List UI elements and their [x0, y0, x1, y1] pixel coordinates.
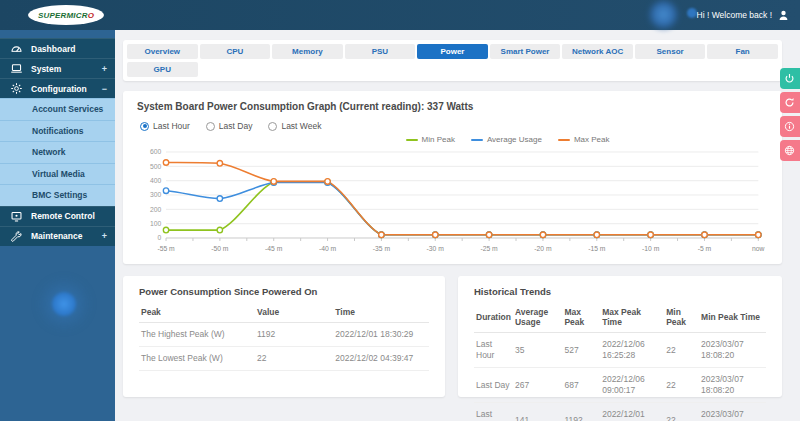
legend-item-average-usage[interactable]: Average Usage: [471, 135, 542, 144]
table-cell: 2022/12/01 18:30:29: [333, 323, 429, 347]
column-header: Max Peak Time: [600, 303, 664, 333]
sidebar-item-account-services[interactable]: Account Services: [0, 98, 115, 120]
legend-item-max-peak[interactable]: Max Peak: [558, 135, 610, 144]
table-cell: 267: [513, 368, 562, 403]
table-row: The Highest Peak (W)11922022/12/01 18:30…: [139, 323, 429, 347]
expand-icon: −: [102, 84, 107, 94]
tab-sensor[interactable]: Sensor: [635, 44, 706, 59]
refresh-button[interactable]: [780, 92, 800, 113]
globe-button[interactable]: [780, 140, 800, 161]
column-header: Min Peak: [664, 303, 699, 333]
tab-cpu[interactable]: CPU: [200, 44, 271, 59]
table-row: Last Day2676872022/12/06 09:00:17222023/…: [474, 368, 766, 403]
expand-icon: +: [102, 231, 107, 241]
sidebar-item-virtual-media[interactable]: Virtual Media: [0, 163, 115, 185]
table-cell: 22: [664, 403, 699, 421]
tab-memory[interactable]: Memory: [272, 44, 343, 59]
tab-power[interactable]: Power: [417, 44, 488, 59]
table-row: The Lowest Peak (W)222022/12/02 04:39:47: [139, 347, 429, 371]
radio-button-icon[interactable]: [140, 122, 149, 131]
sidebar-item-system[interactable]: System+: [0, 58, 115, 78]
table-header-row: DurationAverage UsageMax PeakMax Peak Ti…: [474, 303, 766, 333]
welcome-text: Hi ! Welcome back !: [697, 10, 772, 20]
svg-text:600: 600: [150, 148, 161, 155]
legend-label: Average Usage: [487, 135, 542, 144]
sidebar-item-label: Dashboard: [31, 44, 75, 54]
radio-button-icon[interactable]: [268, 122, 277, 131]
svg-text:200: 200: [150, 206, 161, 213]
table-cell: 687: [562, 368, 600, 403]
power-icon: [784, 73, 795, 84]
svg-text:-40 m: -40 m: [319, 245, 337, 252]
tab-overview[interactable]: Overview: [127, 44, 198, 59]
chart-legend: Min PeakAverage UsageMax Peak: [247, 135, 768, 144]
power-since-title: Power Consumption Since Powered On: [139, 286, 429, 297]
tab-smart-power[interactable]: Smart Power: [490, 44, 561, 59]
table-cell: 2023/03/07 18:08:20: [699, 368, 766, 403]
radio-last-day[interactable]: Last Day: [206, 121, 253, 131]
sidebar-item-network[interactable]: Network: [0, 141, 115, 163]
column-header: Peak: [139, 303, 255, 323]
sidebar-item-label: Network: [32, 147, 66, 157]
gear-icon: [10, 82, 23, 95]
table-cell: 141: [513, 403, 562, 421]
table-cell: 22: [255, 347, 333, 371]
info-button[interactable]: [780, 116, 800, 137]
power-graph-card: System Board Power Consumption Graph (Cu…: [123, 91, 782, 264]
historical-trends-table: DurationAverage UsageMax PeakMax Peak Ti…: [474, 303, 766, 421]
radio-last-hour[interactable]: Last Hour: [140, 121, 190, 131]
tab-psu[interactable]: PSU: [345, 44, 416, 59]
tab-fan[interactable]: Fan: [707, 44, 778, 59]
svg-text:-55 m: -55 m: [157, 245, 175, 252]
header-decoration-dot: [687, 8, 697, 18]
legend-item-min-peak[interactable]: Min Peak: [406, 135, 455, 144]
table-cell: Last Hour: [474, 333, 513, 368]
legend-color-dash: [471, 139, 483, 141]
sidebar-item-configuration[interactable]: Configuration−: [0, 78, 115, 98]
radio-button-icon[interactable]: [206, 122, 215, 131]
sidebar-item-label: BMC Settings: [32, 190, 87, 200]
historical-trends-title: Historical Trends: [474, 286, 766, 297]
sidebar-item-notifications[interactable]: Notifications: [0, 120, 115, 142]
table-row: Last Hour355272022/12/06 16:25:28222023/…: [474, 333, 766, 368]
table-header-row: PeakValueTime: [139, 303, 429, 323]
table-cell: 1192: [255, 323, 333, 347]
power-button[interactable]: [780, 68, 800, 89]
table-cell: The Lowest Peak (W): [139, 347, 255, 371]
column-header: Value: [255, 303, 333, 323]
table-cell: 2022/12/01 18:32:59: [600, 403, 664, 421]
svg-text:500: 500: [150, 163, 161, 170]
svg-text:0: 0: [157, 234, 161, 241]
svg-text:-15 m: -15 m: [588, 245, 606, 252]
radio-last-week[interactable]: Last Week: [268, 121, 321, 131]
sidebar-item-label: Configuration: [31, 84, 87, 94]
table-cell: 22: [664, 333, 699, 368]
header-decoration-circle: [650, 1, 677, 28]
expand-icon: +: [102, 64, 107, 74]
tab-gpu[interactable]: GPU: [127, 62, 198, 77]
time-range-radios: Last HourLast DayLast Week: [140, 121, 768, 131]
sidebar-item-label: System: [31, 64, 61, 74]
power-consumption-chart: 0100200300400500600-55 m-50 m-45 m-40 m-…: [137, 146, 768, 260]
power-since-table: PeakValueTime The Highest Peak (W)119220…: [139, 303, 429, 371]
table-cell: 2023/03/07 18:08:20: [699, 333, 766, 368]
sidebar-item-bmc-settings[interactable]: BMC Settings: [0, 184, 115, 206]
sidebar-item-label: Maintenance: [31, 231, 83, 241]
sidebar-item-label: Notifications: [32, 126, 83, 136]
supermicro-logo[interactable]: SUPERMICRO: [28, 5, 104, 25]
sidebar-item-dashboard[interactable]: Dashboard: [0, 38, 115, 58]
remote-screen-icon: [10, 210, 23, 223]
tab-network-aoc[interactable]: Network AOC: [562, 44, 633, 59]
table-cell: 527: [562, 333, 600, 368]
chart-title: System Board Power Consumption Graph (Cu…: [137, 101, 768, 112]
sidebar-item-maintenance[interactable]: Maintenance+: [0, 226, 115, 246]
svg-text:300: 300: [150, 191, 161, 198]
column-header: Duration: [474, 303, 513, 333]
table-cell: 35: [513, 333, 562, 368]
svg-text:-10 m: -10 m: [642, 245, 660, 252]
sidebar-item-remote-control[interactable]: Remote Control: [0, 206, 115, 226]
user-icon[interactable]: [777, 9, 790, 22]
main-content: OverviewCPUMemoryPSUPowerSmart PowerNetw…: [115, 30, 800, 421]
sidebar-item-label: Account Services: [32, 104, 103, 114]
sidebar-menu: DashboardSystem+Configuration−Account Se…: [0, 38, 115, 246]
